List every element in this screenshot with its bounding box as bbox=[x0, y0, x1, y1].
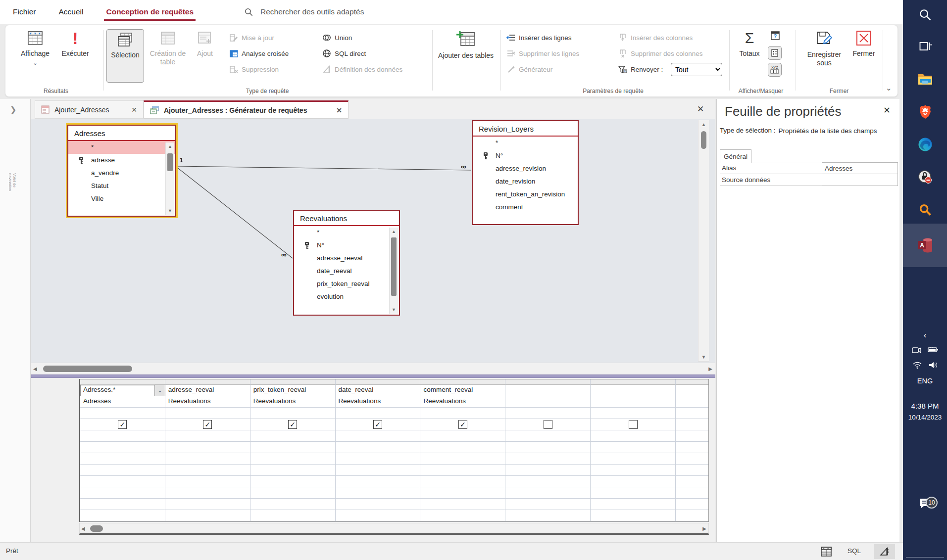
collapse-ribbon-chevron[interactable]: ⌄ bbox=[886, 84, 892, 93]
close-icon[interactable]: ✕ bbox=[883, 105, 891, 116]
noms-de-table-toggle[interactable]: XYZ bbox=[768, 63, 782, 77]
grid-cell-tri-col4[interactable] bbox=[420, 408, 505, 419]
grid-cell-ou-col1[interactable] bbox=[165, 442, 250, 453]
keepass-button[interactable] bbox=[903, 162, 947, 192]
feuille-proprietes-toggle[interactable] bbox=[768, 46, 782, 60]
scroll-up-icon[interactable]: ▲ bbox=[390, 228, 398, 235]
grid-cell-empty-col4[interactable] bbox=[420, 487, 505, 499]
grid-cell-ou-col6[interactable] bbox=[591, 442, 676, 453]
field-evolution[interactable]: evolution bbox=[294, 290, 399, 303]
grid-cell-table-col3[interactable]: Reevaluations bbox=[336, 396, 421, 408]
grid-cell-empty-col4[interactable] bbox=[420, 453, 505, 465]
grid-cell-empty-col0[interactable] bbox=[80, 453, 165, 465]
surface-hscrollbar[interactable]: ◀ ▶ bbox=[31, 363, 715, 374]
grid-cell-ou-col0[interactable] bbox=[80, 442, 165, 453]
grid-cell-tri-col7[interactable] bbox=[676, 408, 708, 419]
tab-fichier[interactable]: Fichier bbox=[11, 0, 38, 24]
inserer-des-lignes-button[interactable]: Insérer des lignes bbox=[506, 31, 572, 44]
grid-cell-tri-col6[interactable] bbox=[591, 408, 676, 419]
scroll-up-icon[interactable]: ▲ bbox=[166, 142, 174, 150]
grid-cell-table-col2[interactable]: Reevaluations bbox=[250, 396, 336, 408]
grid-cell-afficher-col7[interactable] bbox=[676, 419, 708, 430]
totaux-button[interactable]: Σ Totaux bbox=[734, 28, 765, 91]
grid-cell-table-col1[interactable]: Reevaluations bbox=[165, 396, 250, 408]
grid-cell-table-col5[interactable] bbox=[505, 396, 591, 408]
grid-cell-empty-col0[interactable] bbox=[80, 476, 165, 487]
grid-cell-criteres-col7[interactable] bbox=[676, 430, 708, 442]
grid-cell-criteres-col5[interactable] bbox=[505, 430, 591, 442]
grid-cell-empty-col2[interactable] bbox=[250, 453, 336, 465]
pane-splitter[interactable] bbox=[31, 374, 715, 378]
afficher-checkbox[interactable] bbox=[373, 420, 382, 429]
grid-cell-header-col5[interactable] bbox=[505, 379, 591, 385]
definition-donnees-button[interactable]: Définition des données bbox=[322, 63, 402, 76]
navigation-pane-collapsed[interactable]: ❯ Volet de navigation bbox=[0, 99, 31, 542]
grid-cell-empty-col2[interactable] bbox=[250, 510, 336, 521]
speaker-icon[interactable] bbox=[928, 361, 938, 369]
scroll-left-icon[interactable]: ◀ bbox=[81, 526, 85, 531]
ribbon-search[interactable]: Rechercher des outils adaptés bbox=[244, 7, 364, 17]
scroll-right-icon[interactable]: ▶ bbox=[708, 366, 712, 372]
inserer-des-colonnes-button[interactable]: Insérer des colonnes bbox=[618, 31, 693, 44]
taskbar-search-button[interactable] bbox=[903, 0, 947, 30]
table-card-adresses[interactable]: Adresses *adressea_vendreStatutVille ▲ ▼ bbox=[67, 125, 176, 217]
grid-cell-empty-col5[interactable] bbox=[505, 510, 591, 521]
grid-cell-criteres-col0[interactable] bbox=[80, 430, 165, 442]
grid-cell-champ-col7[interactable] bbox=[676, 385, 708, 396]
grid-cell-afficher-col1[interactable] bbox=[165, 419, 250, 430]
renvoyer-select[interactable]: Tout bbox=[671, 63, 722, 76]
afficher-checkbox[interactable] bbox=[288, 420, 297, 429]
grid-cell-tri-col1[interactable] bbox=[165, 408, 250, 419]
grid-cell-champ-col4[interactable]: comment_reeval bbox=[420, 385, 505, 396]
brave-browser-button[interactable] bbox=[903, 97, 947, 127]
mise-a-jour-button[interactable]: Mise à jour bbox=[229, 31, 274, 44]
grid-cell-header-col2[interactable] bbox=[250, 379, 336, 385]
creation-de-table-button[interactable]: Création de table bbox=[148, 28, 188, 91]
grid-cell-empty-col2[interactable] bbox=[250, 476, 336, 487]
surface-vscrollbar[interactable]: ▲ ▼ bbox=[698, 120, 709, 362]
grid-cell-empty-col0[interactable] bbox=[80, 510, 165, 521]
scroll-down-icon[interactable]: ▼ bbox=[390, 306, 398, 314]
grid-cell-empty-col5[interactable] bbox=[505, 453, 591, 465]
grid-cell-empty-col3[interactable] bbox=[336, 453, 421, 465]
supprimer-des-colonnes-button[interactable]: Supprimer des colonnes bbox=[618, 47, 703, 60]
doc-tab-form[interactable]: Ajouter_Adresses ✕ bbox=[35, 100, 144, 119]
language-indicator[interactable]: ENG bbox=[903, 377, 947, 385]
field-star[interactable]: * bbox=[473, 137, 578, 149]
query-design-surface[interactable]: 1 ∞ ∞ Adresses *adressea_vendreStatutVil… bbox=[31, 119, 715, 363]
grid-cell-criteres-col1[interactable] bbox=[165, 430, 250, 442]
grid-cell-header-col6[interactable] bbox=[591, 379, 676, 385]
grid-cell-champ-col0[interactable]: Adresses.*⌄ bbox=[80, 385, 165, 396]
task-view-button[interactable] bbox=[903, 32, 947, 61]
grid-cell-ou-col4[interactable] bbox=[420, 442, 505, 453]
grid-cell-criteres-col2[interactable] bbox=[250, 430, 336, 442]
grid-cell-empty-col3[interactable] bbox=[336, 476, 421, 487]
grid-cell-empty-col7[interactable] bbox=[676, 476, 708, 487]
fermer-button[interactable]: Fermer bbox=[848, 28, 880, 91]
tab-general[interactable]: Général bbox=[720, 149, 751, 163]
grid-cell-empty-col1[interactable] bbox=[165, 487, 250, 499]
grid-cell-champ-col2[interactable]: prix_token_reeval bbox=[250, 385, 336, 396]
grid-cell-empty-col1[interactable] bbox=[165, 465, 250, 476]
design-view-button[interactable] bbox=[874, 544, 895, 559]
grid-cell-empty-col2[interactable] bbox=[250, 499, 336, 510]
grid-cell-empty-col5[interactable] bbox=[505, 476, 591, 487]
field-star[interactable]: * bbox=[294, 226, 399, 239]
afficher-checkbox[interactable] bbox=[118, 420, 127, 429]
grid-cell-ou-col3[interactable] bbox=[336, 442, 421, 453]
grid-cell-empty-col7[interactable] bbox=[676, 510, 708, 521]
close-document-icon[interactable]: ✕ bbox=[697, 104, 704, 114]
grid-cell-afficher-col6[interactable] bbox=[591, 419, 676, 430]
grid-cell-champ-col6[interactable] bbox=[591, 385, 676, 396]
grid-cell-afficher-col3[interactable] bbox=[336, 419, 421, 430]
grid-cell-champ-col1[interactable]: adresse_reeval bbox=[165, 385, 250, 396]
grid-cell-criteres-col6[interactable] bbox=[591, 430, 676, 442]
grid-cell-header-col3[interactable] bbox=[336, 379, 421, 385]
grid-cell-ou-col2[interactable] bbox=[250, 442, 336, 453]
table-card-reevaluations[interactable]: Reevaluations *N°adresse_reevaldate_reev… bbox=[293, 210, 400, 316]
table-scrollbar[interactable]: ▲ ▼ bbox=[389, 228, 398, 314]
grid-cell-tri-col3[interactable] bbox=[336, 408, 421, 419]
ajout-button[interactable]: Ajout bbox=[190, 28, 220, 91]
grid-cell-champ-col3[interactable]: date_reeval bbox=[336, 385, 421, 396]
grid-hscrollbar[interactable]: ◀ ▶ bbox=[79, 523, 709, 535]
